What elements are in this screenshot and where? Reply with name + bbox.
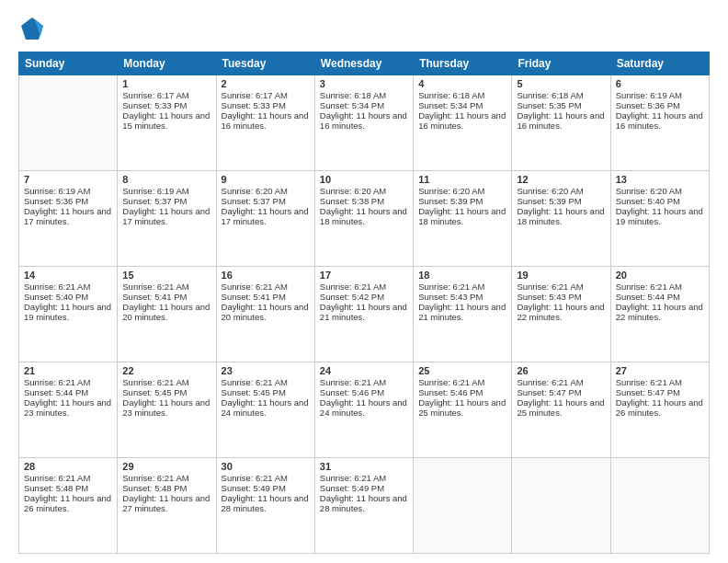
day-number: 13 xyxy=(616,174,704,185)
sunrise-text: Sunrise: 6:20 AM xyxy=(222,186,310,196)
sunrise-text: Sunrise: 6:19 AM xyxy=(122,186,210,196)
calendar-cell: 26Sunrise: 6:21 AMSunset: 5:47 PMDayligh… xyxy=(512,362,610,458)
sunset-text: Sunset: 5:35 PM xyxy=(517,100,605,110)
daylight-text: Daylight: 11 hours and 17 minutes. xyxy=(24,206,112,226)
calendar-cell: 23Sunrise: 6:21 AMSunset: 5:45 PMDayligh… xyxy=(216,362,314,458)
sunrise-text: Sunrise: 6:21 AM xyxy=(418,377,506,387)
sunset-text: Sunset: 5:48 PM xyxy=(24,483,112,493)
day-number: 9 xyxy=(222,174,310,185)
calendar-cell xyxy=(610,458,709,554)
sunset-text: Sunset: 5:40 PM xyxy=(24,292,112,302)
sunrise-text: Sunrise: 6:17 AM xyxy=(122,90,210,100)
calendar-week-row: 7Sunrise: 6:19 AMSunset: 5:36 PMDaylight… xyxy=(19,171,710,267)
sunrise-text: Sunrise: 6:21 AM xyxy=(222,473,310,483)
daylight-text: Daylight: 11 hours and 16 minutes. xyxy=(517,110,605,131)
daylight-text: Daylight: 11 hours and 20 minutes. xyxy=(222,302,310,322)
calendar-cell: 22Sunrise: 6:21 AMSunset: 5:45 PMDayligh… xyxy=(118,362,216,458)
daylight-text: Daylight: 11 hours and 22 minutes. xyxy=(517,302,605,322)
logo-icon xyxy=(18,15,46,42)
sunset-text: Sunset: 5:47 PM xyxy=(616,387,704,397)
calendar-cell: 19Sunrise: 6:21 AMSunset: 5:43 PMDayligh… xyxy=(512,267,610,362)
sunset-text: Sunset: 5:45 PM xyxy=(122,387,210,397)
calendar-cell: 6Sunrise: 6:19 AMSunset: 5:36 PMDaylight… xyxy=(610,75,709,171)
sunset-text: Sunset: 5:49 PM xyxy=(222,483,310,493)
day-number: 12 xyxy=(517,174,605,185)
calendar: SundayMondayTuesdayWednesdayThursdayFrid… xyxy=(18,52,710,554)
sunset-text: Sunset: 5:34 PM xyxy=(320,100,408,110)
page: SundayMondayTuesdayWednesdayThursdayFrid… xyxy=(0,0,728,563)
sunset-text: Sunset: 5:43 PM xyxy=(418,292,506,302)
day-of-week-header: Friday xyxy=(512,52,610,75)
calendar-cell: 9Sunrise: 6:20 AMSunset: 5:37 PMDaylight… xyxy=(216,171,314,267)
calendar-cell: 1Sunrise: 6:17 AMSunset: 5:33 PMDaylight… xyxy=(118,75,216,171)
sunset-text: Sunset: 5:42 PM xyxy=(320,292,408,302)
day-number: 14 xyxy=(24,270,112,281)
sunrise-text: Sunrise: 6:21 AM xyxy=(517,282,605,292)
calendar-cell: 8Sunrise: 6:19 AMSunset: 5:37 PMDaylight… xyxy=(118,171,216,267)
sunrise-text: Sunrise: 6:21 AM xyxy=(24,377,112,387)
day-number: 16 xyxy=(222,270,310,281)
sunset-text: Sunset: 5:37 PM xyxy=(122,196,210,206)
calendar-cell: 14Sunrise: 6:21 AMSunset: 5:40 PMDayligh… xyxy=(19,267,118,362)
sunrise-text: Sunrise: 6:20 AM xyxy=(418,186,506,196)
sunrise-text: Sunrise: 6:21 AM xyxy=(122,282,210,292)
sunset-text: Sunset: 5:39 PM xyxy=(418,196,506,206)
day-number: 4 xyxy=(418,78,506,89)
sunset-text: Sunset: 5:40 PM xyxy=(616,196,704,206)
calendar-week-row: 14Sunrise: 6:21 AMSunset: 5:40 PMDayligh… xyxy=(19,267,710,362)
calendar-cell: 2Sunrise: 6:17 AMSunset: 5:33 PMDaylight… xyxy=(216,75,314,171)
sunset-text: Sunset: 5:36 PM xyxy=(24,196,112,206)
sunset-text: Sunset: 5:44 PM xyxy=(24,387,112,397)
sunrise-text: Sunrise: 6:21 AM xyxy=(616,282,704,292)
calendar-cell: 12Sunrise: 6:20 AMSunset: 5:39 PMDayligh… xyxy=(512,171,610,267)
sunrise-text: Sunrise: 6:18 AM xyxy=(320,90,408,100)
calendar-cell: 25Sunrise: 6:21 AMSunset: 5:46 PMDayligh… xyxy=(414,362,512,458)
calendar-cell: 13Sunrise: 6:20 AMSunset: 5:40 PMDayligh… xyxy=(610,171,709,267)
sunset-text: Sunset: 5:43 PM xyxy=(517,292,605,302)
day-number: 7 xyxy=(24,174,112,185)
sunrise-text: Sunrise: 6:20 AM xyxy=(616,186,704,196)
day-number: 2 xyxy=(222,78,310,89)
daylight-text: Daylight: 11 hours and 18 minutes. xyxy=(517,206,605,226)
day-number: 17 xyxy=(320,270,408,281)
daylight-text: Daylight: 11 hours and 18 minutes. xyxy=(418,206,506,226)
calendar-cell: 27Sunrise: 6:21 AMSunset: 5:47 PMDayligh… xyxy=(610,362,709,458)
daylight-text: Daylight: 11 hours and 23 minutes. xyxy=(122,397,210,418)
daylight-text: Daylight: 11 hours and 20 minutes. xyxy=(122,302,210,322)
calendar-week-row: 28Sunrise: 6:21 AMSunset: 5:48 PMDayligh… xyxy=(19,458,710,554)
sunrise-text: Sunrise: 6:19 AM xyxy=(616,90,704,100)
daylight-text: Daylight: 11 hours and 28 minutes. xyxy=(222,493,310,513)
sunrise-text: Sunrise: 6:20 AM xyxy=(517,186,605,196)
sunrise-text: Sunrise: 6:21 AM xyxy=(24,282,112,292)
calendar-cell: 17Sunrise: 6:21 AMSunset: 5:42 PMDayligh… xyxy=(314,267,413,362)
day-number: 27 xyxy=(616,365,704,376)
day-number: 19 xyxy=(517,270,605,281)
sunset-text: Sunset: 5:39 PM xyxy=(517,196,605,206)
sunset-text: Sunset: 5:33 PM xyxy=(122,100,210,110)
sunrise-text: Sunrise: 6:21 AM xyxy=(418,282,506,292)
sunrise-text: Sunrise: 6:18 AM xyxy=(418,90,506,100)
calendar-cell: 10Sunrise: 6:20 AMSunset: 5:38 PMDayligh… xyxy=(314,171,413,267)
sunrise-text: Sunrise: 6:21 AM xyxy=(320,377,408,387)
daylight-text: Daylight: 11 hours and 21 minutes. xyxy=(418,302,506,322)
calendar-week-row: 1Sunrise: 6:17 AMSunset: 5:33 PMDaylight… xyxy=(19,75,710,171)
day-number: 21 xyxy=(24,365,112,376)
sunrise-text: Sunrise: 6:21 AM xyxy=(24,473,112,483)
day-number: 25 xyxy=(418,365,506,376)
sunset-text: Sunset: 5:44 PM xyxy=(616,292,704,302)
sunset-text: Sunset: 5:41 PM xyxy=(222,292,310,302)
sunset-text: Sunset: 5:49 PM xyxy=(320,483,408,493)
calendar-cell: 28Sunrise: 6:21 AMSunset: 5:48 PMDayligh… xyxy=(19,458,118,554)
day-number: 29 xyxy=(122,461,210,472)
daylight-text: Daylight: 11 hours and 16 minutes. xyxy=(222,110,310,131)
sunset-text: Sunset: 5:41 PM xyxy=(122,292,210,302)
daylight-text: Daylight: 11 hours and 19 minutes. xyxy=(616,206,704,226)
day-number: 10 xyxy=(320,174,408,185)
daylight-text: Daylight: 11 hours and 18 minutes. xyxy=(320,206,408,226)
day-number: 15 xyxy=(122,270,210,281)
daylight-text: Daylight: 11 hours and 26 minutes. xyxy=(24,493,112,513)
sunset-text: Sunset: 5:33 PM xyxy=(222,100,310,110)
calendar-cell: 31Sunrise: 6:21 AMSunset: 5:49 PMDayligh… xyxy=(314,458,413,554)
day-number: 31 xyxy=(320,461,408,472)
calendar-cell: 3Sunrise: 6:18 AMSunset: 5:34 PMDaylight… xyxy=(314,75,413,171)
